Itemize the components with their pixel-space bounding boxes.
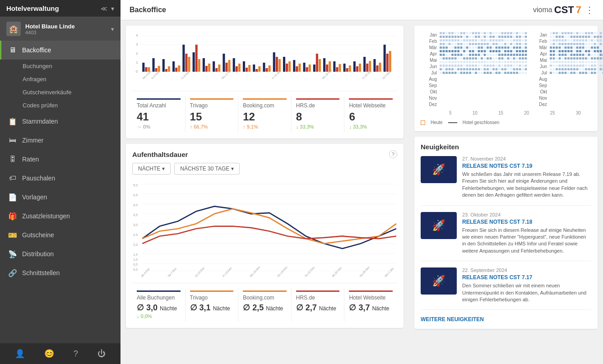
svg-rect-766 <box>585 65 587 67</box>
topbar-menu-icon[interactable]: ⋮ <box>585 5 594 15</box>
svg-rect-424 <box>440 68 442 70</box>
svg-rect-76 <box>363 57 366 72</box>
power-icon[interactable]: ⏻ <box>97 349 106 359</box>
svg-rect-329 <box>513 54 515 56</box>
svg-rect-162 <box>463 36 465 38</box>
svg-rect-469 <box>484 72 486 74</box>
svg-rect-647 <box>588 50 590 52</box>
svg-text:Mi.4.Dez: Mi.4.Dez <box>140 267 150 278</box>
svg-rect-223 <box>466 43 468 45</box>
news-link-0[interactable]: RELEASE NOTES CST 7.19 <box>462 163 591 169</box>
sidebar-item-distribution[interactable]: 📡 Distribution <box>0 244 121 263</box>
news-link-2[interactable]: RELEASE NOTES CST 7.17 <box>462 274 591 281</box>
svg-rect-591 <box>600 43 602 45</box>
hotel-expand-icon[interactable]: ▾ <box>111 26 114 32</box>
svg-rect-243 <box>525 43 527 45</box>
svg-rect-209 <box>513 39 515 41</box>
svg-rect-315 <box>472 54 474 56</box>
svg-rect-452 <box>522 68 524 70</box>
svg-rect-555 <box>582 39 584 41</box>
svg-rect-304 <box>440 54 442 56</box>
svg-rect-672 <box>573 54 575 56</box>
sidebar-item-vorlagen[interactable]: 📄 Vorlagen <box>0 188 121 207</box>
svg-rect-694 <box>550 57 552 60</box>
topbar-right: vioma CST7 ⋮ <box>533 4 594 16</box>
svg-rect-149 <box>513 32 515 34</box>
user-icon[interactable]: 👤 <box>15 349 25 359</box>
stat-line-alle <box>137 290 181 292</box>
sidebar-item-zimmer[interactable]: 🛏 Zimmer <box>0 131 121 150</box>
dropdown-icon[interactable]: ▾ <box>111 5 114 12</box>
sidebar-item-gutscheine[interactable]: 🎫 Gutscheine <box>0 226 121 244</box>
sub-item-codes[interactable]: Codes prüfen <box>0 99 121 112</box>
smiley-icon[interactable]: 😊 <box>44 349 54 359</box>
svg-rect-40 <box>243 61 245 72</box>
news-link-1[interactable]: RELEASE NOTES CST 7.18 <box>462 219 591 225</box>
svg-rect-728 <box>561 61 564 63</box>
cal-right-months: JanFebMärAprMaiJunJulAugSepOktNovDez <box>531 32 549 109</box>
svg-rect-18 <box>168 66 170 72</box>
svg-text:Mo.2.Jan: Mo.2.Jan <box>384 267 394 278</box>
sidebar-item-schnittstellen[interactable]: 🔗 Schnittstellen <box>0 263 121 282</box>
filter-nachte-btn[interactable]: NÄCHTE ▾ <box>132 163 171 175</box>
sidebar-item-stammdaten[interactable]: 📋 Stammdaten <box>0 112 121 131</box>
svg-rect-198 <box>481 39 483 41</box>
svg-text:Fr.8.Nov: Fr.8.Nov <box>181 71 190 80</box>
svg-rect-277 <box>449 50 451 52</box>
svg-rect-245 <box>443 46 445 49</box>
svg-rect-435 <box>472 68 474 70</box>
svg-text:Fr.13.Dez: Fr.13.Dez <box>222 266 232 277</box>
svg-rect-473 <box>496 72 498 74</box>
svg-rect-280 <box>457 50 459 52</box>
stat-hrs-aufenthalt: HRS.de ∅ 2,7 Nächte <box>292 288 345 322</box>
svg-rect-271 <box>519 46 521 49</box>
svg-rect-792 <box>573 68 575 70</box>
svg-rect-333 <box>525 54 527 56</box>
svg-rect-253 <box>466 46 468 49</box>
svg-rect-222 <box>463 43 465 45</box>
svg-rect-607 <box>559 46 561 49</box>
svg-rect-328 <box>510 54 512 56</box>
sub-item-buchungen[interactable]: Buchungen <box>0 60 121 73</box>
svg-rect-825 <box>582 72 584 74</box>
svg-rect-417 <box>507 65 510 67</box>
sub-item-anfragen[interactable]: Anfragen <box>0 73 121 86</box>
logo-cst: CST <box>554 4 574 16</box>
svg-rect-240 <box>516 43 518 45</box>
collapse-icon[interactable]: ≪ <box>101 5 107 12</box>
svg-text:2,5: 2,5 <box>133 233 138 237</box>
stat-line-trivago <box>190 98 234 100</box>
svg-rect-65 <box>326 65 328 72</box>
svg-rect-393 <box>525 61 527 63</box>
svg-rect-254 <box>469 46 471 49</box>
news-title: Neuigkeiten <box>421 143 591 151</box>
stat-value-booking-a: ∅ 2,5 Nächte <box>243 303 287 313</box>
svg-rect-74 <box>356 66 358 72</box>
help-icon[interactable]: ? <box>74 349 78 359</box>
more-news-button[interactable]: WEITERE NEUIGKEITEN <box>421 316 591 323</box>
svg-rect-454 <box>440 72 442 74</box>
svg-rect-127 <box>449 32 451 34</box>
svg-rect-81 <box>379 63 381 72</box>
svg-rect-785 <box>553 68 555 70</box>
svg-rect-587 <box>588 43 590 45</box>
sidebar-item-backoffice[interactable]: 🖥 Backoffice <box>0 41 121 60</box>
aufenthalt-help-icon[interactable]: ? <box>389 150 397 158</box>
sidebar-item-pauschalen[interactable]: 🏷 Pauschalen <box>0 169 121 188</box>
svg-rect-759 <box>565 65 567 67</box>
filter-30tage-btn[interactable]: NÄCHSTE 30 TAGE ▾ <box>174 163 240 175</box>
svg-rect-793 <box>576 68 579 70</box>
svg-rect-525 <box>582 36 584 38</box>
svg-rect-544 <box>550 39 552 41</box>
svg-rect-815 <box>553 72 555 74</box>
stat-change-webseite: ↓ 33,3% <box>349 124 393 129</box>
svg-rect-258 <box>481 46 483 49</box>
sub-item-gutscheinverkaufe[interactable]: Gutscheinverkäufe <box>0 86 121 99</box>
sidebar-item-zusatzleistungen[interactable]: 🎁 Zusatzleistungen <box>0 207 121 226</box>
stat-hrs: HRS.de 8 ↓ 33,3% <box>292 96 345 132</box>
svg-rect-202 <box>492 39 495 41</box>
hotel-info[interactable]: 🏨 Hotel Blaue Linde 4403 ▾ <box>0 17 121 41</box>
sidebar-item-raten[interactable]: 🎛 Raten <box>0 150 121 169</box>
svg-rect-696 <box>556 57 558 60</box>
svg-rect-130 <box>457 32 459 34</box>
